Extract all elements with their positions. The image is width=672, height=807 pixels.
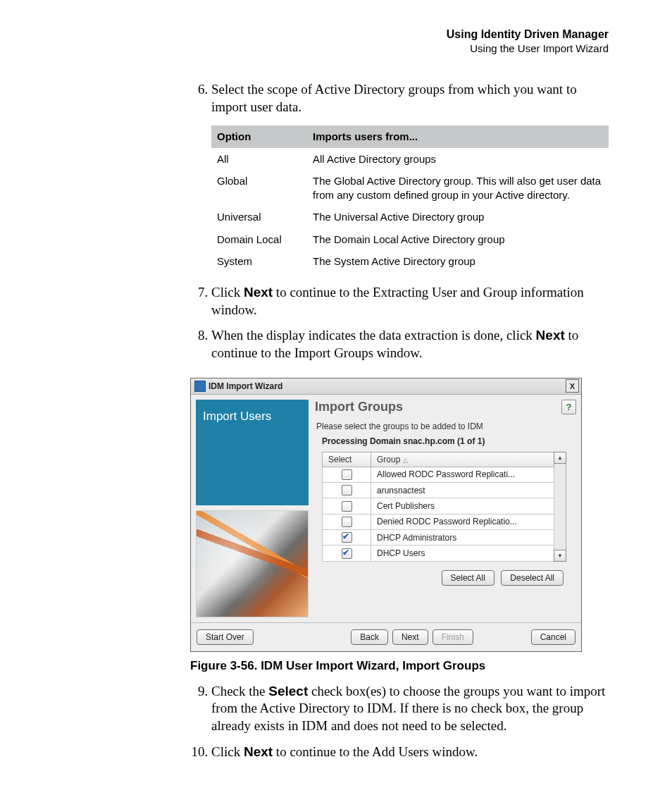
next-button[interactable]: Next — [392, 629, 428, 645]
wizard-instruction: Please select the groups to be added to … — [316, 421, 575, 431]
groups-table: Select Group △ Allowed RODC Password Rep… — [322, 452, 554, 562]
step-8: When the display indicates the data extr… — [211, 327, 609, 362]
side-image — [196, 510, 309, 617]
wizard-footer: Start Over Back Next Finish Cancel — [191, 622, 581, 651]
titlebar: IDM Import Wizard X — [191, 378, 581, 395]
table-row: DHCP Users — [323, 546, 554, 561]
table-row: SystemThe System Active Directory group — [211, 250, 609, 273]
checkbox[interactable] — [342, 501, 352, 512]
checkbox[interactable] — [342, 469, 352, 480]
table-row: GlobalThe Global Active Directory group.… — [211, 170, 609, 206]
table-row: UniversalThe Universal Active Directory … — [211, 206, 609, 228]
finish-button: Finish — [433, 629, 473, 645]
col-select[interactable]: Select — [323, 452, 371, 467]
scrollbar[interactable]: ▲ ▼ — [554, 452, 566, 562]
header-chapter: Using Identity Driven Manager — [63, 28, 609, 41]
wizard-figure: IDM Import Wizard X Import Users Import … — [190, 378, 582, 652]
table-row: arunsnactest — [323, 482, 554, 498]
step-6: Select the scope of Active Directory gro… — [211, 81, 609, 273]
table-row: Allowed RODC Password Replicati... — [323, 467, 554, 482]
cancel-button[interactable]: Cancel — [531, 629, 575, 645]
group-name[interactable]: Allowed RODC Password Replicati... — [371, 467, 554, 482]
checkbox[interactable] — [342, 532, 352, 543]
group-name[interactable]: DHCP Administrators — [371, 529, 554, 545]
group-name[interactable]: arunsnactest — [371, 482, 554, 498]
scroll-down-icon[interactable]: ▼ — [554, 550, 566, 562]
help-icon[interactable]: ? — [561, 400, 576, 414]
step-7: Click Next to continue to the Extracting… — [211, 284, 609, 319]
steps-list-2: Check the Select check box(es) to choose… — [190, 683, 609, 761]
sort-icon: △ — [403, 457, 408, 464]
group-name[interactable]: DHCP Users — [371, 546, 554, 561]
group-name[interactable]: Cert Publishers — [371, 498, 554, 514]
processing-label: Processing Domain snac.hp.com (1 of 1) — [322, 436, 572, 446]
step-9: Check the Select check box(es) to choose… — [211, 683, 609, 735]
scroll-up-icon[interactable]: ▲ — [554, 452, 566, 464]
table-row: Cert Publishers — [323, 498, 554, 514]
checkbox[interactable] — [342, 548, 352, 559]
side-banner: Import Users — [196, 400, 309, 505]
group-name[interactable]: Denied RODC Password Replicatio... — [371, 514, 554, 529]
deselect-all-button[interactable]: Deselect All — [501, 570, 564, 586]
close-icon[interactable]: X — [566, 379, 579, 393]
table-row: AllAll Active Directory groups — [211, 148, 609, 171]
wizard-heading: Import Groups — [315, 400, 561, 414]
app-icon — [194, 381, 206, 392]
back-button[interactable]: Back — [351, 629, 388, 645]
steps-list: Select the scope of Active Directory gro… — [190, 81, 609, 362]
th-desc: Imports users from... — [307, 125, 609, 148]
step-10: Click Next to continue to the Add Users … — [211, 744, 609, 761]
checkbox[interactable] — [342, 517, 352, 527]
step-6-text: Select the scope of Active Directory gro… — [211, 82, 577, 114]
wizard-window: IDM Import Wizard X Import Users Import … — [190, 378, 582, 652]
select-all-button[interactable]: Select All — [442, 570, 494, 586]
start-over-button[interactable]: Start Over — [197, 629, 254, 645]
table-row: DHCP Administrators — [323, 529, 554, 545]
page-header: Using Identity Driven Manager Using the … — [63, 28, 609, 54]
figure-caption: Figure 3-56. IDM User Import Wizard, Imp… — [190, 659, 609, 673]
header-section: Using the User Import Wizard — [63, 42, 609, 54]
checkbox[interactable] — [342, 485, 352, 495]
options-table: Option Imports users from... AllAll Acti… — [211, 125, 609, 273]
col-group[interactable]: Group △ — [371, 452, 554, 467]
window-title: IDM Import Wizard — [209, 381, 566, 391]
table-row: Domain LocalThe Domain Local Active Dire… — [211, 228, 609, 251]
th-option: Option — [211, 125, 307, 148]
table-row: Denied RODC Password Replicatio... — [323, 514, 554, 529]
